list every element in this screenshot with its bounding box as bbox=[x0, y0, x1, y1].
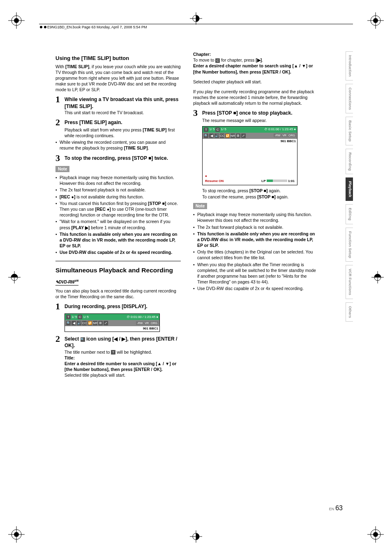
page-header: E9NG1BD_EN.book Page 63 Monday, April 7,… bbox=[39, 24, 353, 30]
section-tabs: Introduction Connections Basic Setup Rec… bbox=[346, 51, 353, 322]
tab-connections[interactable]: Connections bbox=[346, 84, 353, 114]
tab-playback[interactable]: Playback bbox=[346, 177, 353, 201]
left-column: Using the [TIME SLIP] button With [TIME … bbox=[55, 51, 181, 378]
title-after: Selected title playback will start. bbox=[65, 372, 181, 378]
svg-point-3 bbox=[14, 18, 19, 23]
note-item: Use DVD-RW disc capable of 2x or 4x spee… bbox=[55, 249, 181, 255]
dvd-rw-badge: ✎DVD-RWVR bbox=[55, 279, 78, 286]
simul-step-1: During recording, press [DISPLAY]. bbox=[65, 302, 148, 310]
note-label: Note bbox=[55, 166, 69, 173]
svg-point-15 bbox=[373, 532, 378, 537]
search-icon: 🔍 bbox=[81, 337, 85, 342]
tab-recording[interactable]: Recording bbox=[346, 149, 353, 175]
tab-others[interactable]: Others bbox=[346, 302, 353, 322]
rec-icon bbox=[205, 174, 208, 179]
right-column: Chapter: To move to C for chapter, press… bbox=[193, 51, 318, 378]
right-step-3: Press [STOP ■] once to stop playback. bbox=[202, 108, 293, 116]
tab-vcr-functions[interactable]: VCR Functions bbox=[346, 265, 353, 299]
osd-display-2: T 1/ 5 C 1/ 5 ⏱ 0:01:00 / 1:23:45 ● 🔍◀🔊C… bbox=[202, 126, 297, 186]
tab-basic-setup[interactable]: Basic Setup bbox=[346, 117, 353, 145]
svg-point-11 bbox=[14, 532, 19, 537]
note-item: "Wait for a moment." will be displayed o… bbox=[55, 219, 181, 230]
crop-mark-icon bbox=[6, 269, 23, 286]
note-item: [REC ●] is not available during this fun… bbox=[55, 194, 181, 200]
note-item: Use DVD-RW disc capable of 2x or 4x spee… bbox=[193, 286, 318, 291]
heading-simultaneous: Simultaneous Playback and Recording bbox=[55, 266, 181, 275]
simul-intro: You can also play back a recorded title … bbox=[55, 288, 181, 299]
step-1-body: This unit start to record the TV broadca… bbox=[65, 110, 181, 115]
tab-editing[interactable]: Editing bbox=[346, 204, 353, 224]
title-body: Enter a desired title number to search u… bbox=[65, 361, 181, 372]
tab-introduction[interactable]: Introduction bbox=[346, 51, 353, 81]
chapter-line1: To move to C for chapter, press [▶]. bbox=[193, 57, 318, 63]
note-item: Playback image may freeze momentarily us… bbox=[55, 175, 181, 186]
step-3-title: To stop the recording, press [STOP ■] tw… bbox=[65, 154, 168, 161]
simul-step-2-body: The title number next to T will be highl… bbox=[65, 349, 181, 355]
osd-display-1: T 1/ 5 C 1/ 5 ⏱ 0:01:00 / 1:23:45 ● 🔍◀🔊C… bbox=[65, 313, 160, 332]
note-item: Playback image may freeze momentarily us… bbox=[193, 212, 318, 223]
right-step-3-body: The resume message will appear. bbox=[202, 117, 318, 123]
progress-bar bbox=[267, 180, 287, 182]
page-number: EN63 bbox=[329, 504, 343, 512]
heading-time-slip: Using the [TIME SLIP] button bbox=[55, 55, 181, 62]
step-2-bullet: While viewing the recorded content, you … bbox=[55, 139, 181, 151]
chapter-after: Selected chapter playback will start. bbox=[193, 79, 318, 85]
note-item: This function is available only when you… bbox=[55, 231, 181, 249]
tab-function-setup[interactable]: Function Setup bbox=[346, 228, 353, 262]
header-text: E9NG1BD_EN.book Page 63 Monday, April 7,… bbox=[47, 25, 147, 29]
after-osd-2: To cancel the resume, press [STOP ■] aga… bbox=[202, 194, 318, 200]
crop-mark-icon bbox=[367, 526, 384, 543]
note-item: You must cancel this function first by p… bbox=[55, 200, 181, 218]
simul-step-2: Select 🔍 icon using [◀ / ▶], then press … bbox=[65, 334, 181, 349]
svg-point-7 bbox=[373, 18, 378, 23]
note-label: Note bbox=[193, 203, 207, 210]
paragraph: If you play the currently recording prog… bbox=[193, 89, 318, 106]
note-item: Only the titles (chapters) in the Origin… bbox=[193, 249, 318, 260]
crop-mark-icon bbox=[367, 12, 384, 29]
title-icon: T bbox=[111, 350, 115, 355]
resume-label: Resume ON bbox=[205, 179, 224, 184]
step-1-title: While viewing a TV broadcast via this un… bbox=[65, 95, 181, 109]
chapter-body: Enter a desired chapter number to search… bbox=[193, 63, 318, 74]
note-item: The 2x fast forward playback is not avai… bbox=[193, 224, 318, 230]
crop-mark-icon bbox=[8, 12, 25, 29]
title-label: Title: bbox=[65, 355, 181, 361]
step-2-title: Press [TIME SLIP] again. bbox=[65, 118, 122, 126]
intro-text: With [TIME SLIP], if you leave your couc… bbox=[55, 64, 181, 93]
crop-mark-icon bbox=[8, 526, 25, 543]
crop-mark-icon bbox=[188, 528, 204, 545]
step-2-body: Playback will start from where you press… bbox=[65, 127, 181, 138]
crop-mark-icon bbox=[369, 269, 386, 286]
note-item: This function is available only when you… bbox=[193, 231, 318, 249]
note-item: When you stop the playback after the Tim… bbox=[193, 262, 318, 285]
chapter-icon: C bbox=[215, 58, 220, 63]
note-item: The 2x fast forward playback is not avai… bbox=[55, 187, 181, 193]
chapter-label: Chapter: bbox=[193, 51, 318, 57]
after-osd-1: To stop recording, press [STOP ■] again. bbox=[202, 188, 318, 193]
